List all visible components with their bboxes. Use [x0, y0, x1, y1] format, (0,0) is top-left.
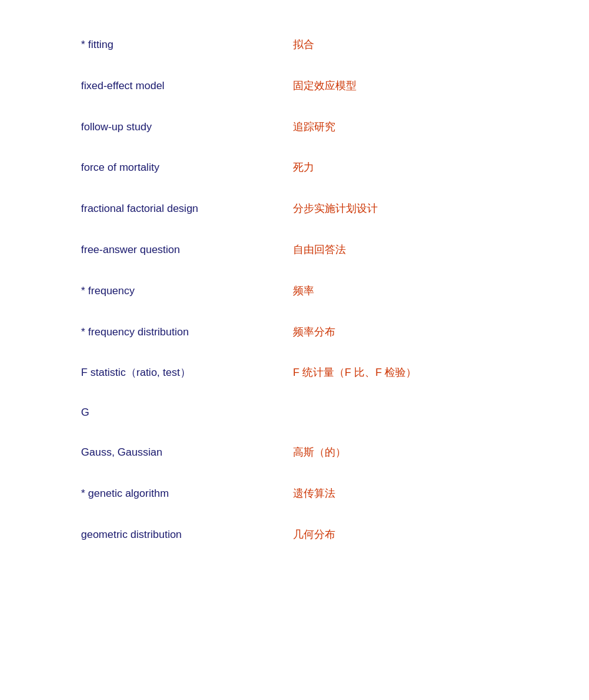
english-gauss-gaussian: Gauss, Gaussian: [81, 445, 280, 460]
chinese-fitting: 拟合: [293, 37, 314, 52]
entry-f-statistic: F statistic（ratio, test） F 统计量（F 比、F 检验）: [81, 365, 589, 380]
english-fractional-factorial-design: fractional factorial design: [81, 201, 280, 216]
english-fixed-effect-model: fixed-effect model: [81, 79, 280, 93]
chinese-fractional-factorial-design: 分步实施计划设计: [293, 201, 378, 216]
chinese-follow-up-study: 追踪研究: [293, 120, 335, 135]
section-g-letter: G: [81, 406, 589, 419]
chinese-frequency-distribution: 频率分布: [293, 325, 335, 340]
chinese-geometric-distribution: 几何分布: [293, 527, 335, 542]
chinese-genetic-algorithm: 遗传算法: [293, 486, 335, 501]
entry-geometric-distribution: geometric distribution 几何分布: [81, 527, 589, 542]
chinese-fixed-effect-model: 固定效应模型: [293, 79, 357, 93]
english-force-of-mortality: force of mortality: [81, 160, 280, 175]
entry-force-of-mortality: force of mortality 死力: [81, 160, 589, 175]
english-fitting: * fitting: [81, 37, 280, 52]
entry-frequency-distribution: * frequency distribution 频率分布: [81, 325, 589, 340]
english-genetic-algorithm: * genetic algorithm: [81, 486, 280, 501]
entry-frequency: * frequency 频率: [81, 284, 589, 299]
english-geometric-distribution: geometric distribution: [81, 527, 280, 542]
entry-fixed-effect-model: fixed-effect model 固定效应模型: [81, 79, 589, 93]
english-f-statistic: F statistic（ratio, test）: [81, 365, 280, 380]
chinese-frequency: 频率: [293, 284, 314, 299]
entry-fitting: * fitting 拟合: [81, 37, 589, 52]
english-frequency: * frequency: [81, 284, 280, 299]
entry-genetic-algorithm: * genetic algorithm 遗传算法: [81, 486, 589, 501]
english-frequency-distribution: * frequency distribution: [81, 325, 280, 340]
chinese-f-statistic: F 统计量（F 比、F 检验）: [293, 365, 416, 380]
entry-follow-up-study: follow-up study 追踪研究: [81, 120, 589, 135]
chinese-force-of-mortality: 死力: [293, 160, 314, 175]
entry-gauss-gaussian: Gauss, Gaussian 高斯（的）: [81, 445, 589, 460]
english-follow-up-study: follow-up study: [81, 120, 280, 135]
chinese-free-answer-question: 自由回答法: [293, 242, 346, 257]
english-free-answer-question: free-answer question: [81, 242, 280, 257]
entries-list: * fitting 拟合 fixed-effect model 固定效应模型 f…: [81, 37, 589, 542]
entry-fractional-factorial-design: fractional factorial design 分步实施计划设计: [81, 201, 589, 216]
entry-free-answer-question: free-answer question 自由回答法: [81, 242, 589, 257]
chinese-gauss-gaussian: 高斯（的）: [293, 445, 346, 460]
